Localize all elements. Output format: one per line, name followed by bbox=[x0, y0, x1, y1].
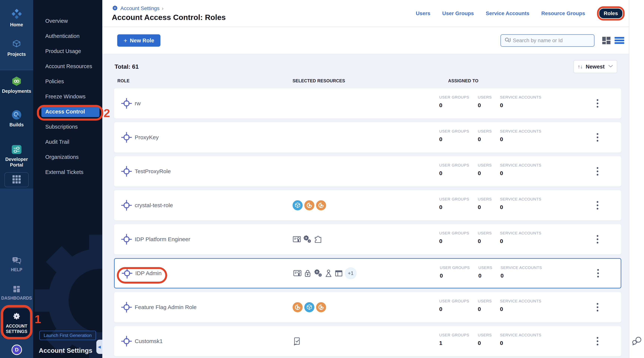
rail-item-projects[interactable]: Projects bbox=[0, 40, 33, 57]
rail-item-builds[interactable]: Builds bbox=[0, 110, 33, 128]
rail-item-deployments[interactable]: Deployments bbox=[0, 76, 33, 94]
collapse-arrow-icon: ◀ bbox=[98, 344, 100, 349]
assigned-label: USER GROUPS bbox=[439, 333, 478, 337]
sidebar-item-freeze-windows[interactable]: Freeze Windows bbox=[33, 89, 102, 104]
user-avatar[interactable]: D bbox=[12, 344, 22, 355]
assigned-label: USERS bbox=[478, 95, 500, 99]
assigned-count: 0 bbox=[500, 306, 560, 312]
sidebar-item-policies[interactable]: Policies bbox=[33, 74, 102, 89]
role-name: crystal-test-role bbox=[135, 202, 173, 209]
account-access-control-roles-page: Home Projects Deployments Builds Develop… bbox=[0, 0, 644, 358]
more-resources-badge: +1 bbox=[345, 267, 357, 279]
sidebar-item-subscriptions[interactable]: Subscriptions bbox=[33, 119, 102, 134]
sidebar-item-access-control[interactable]: Access Control bbox=[41, 106, 100, 117]
selected-resources bbox=[292, 235, 322, 244]
feature-flag-resource-icon bbox=[316, 200, 326, 210]
role-name: IDP Platform Engineer bbox=[135, 236, 190, 242]
assigned-label: USER GROUPS bbox=[439, 197, 478, 201]
row-menu-button[interactable] bbox=[594, 300, 601, 314]
tab-users[interactable]: Users bbox=[416, 11, 430, 17]
assigned-to: USER GROUPS 0 USERS 0 SERVICE ACCOUNTS 0 bbox=[439, 197, 560, 210]
selected-resources bbox=[292, 302, 326, 312]
role-row-testproxyrole[interactable]: TestProxyRole USER GROUPS 0 USERS 0 SERV… bbox=[114, 156, 621, 187]
row-menu-button[interactable] bbox=[594, 131, 601, 144]
assigned-label: USER GROUPS bbox=[439, 163, 478, 167]
assigned-label: USERS bbox=[478, 163, 500, 167]
role-crosshair-icon bbox=[121, 301, 132, 313]
column-header-selected-resources: SELECTED RESOURCES bbox=[292, 78, 345, 83]
list-view-toggle[interactable] bbox=[614, 36, 624, 45]
puzzle-resource-icon bbox=[314, 235, 322, 244]
assigned-col-service-accounts: SERVICE ACCOUNTS 0 bbox=[500, 163, 560, 176]
selected-resources bbox=[292, 200, 326, 210]
approval-resource-icon bbox=[292, 337, 301, 345]
sidebar-footer-title: Account Settings bbox=[39, 347, 92, 354]
assigned-to: USER GROUPS 0 USERS 0 SERVICE ACCOUNTS 0 bbox=[439, 299, 560, 312]
assigned-count: 0 bbox=[500, 238, 560, 244]
rail-item-help[interactable]: ? HELP bbox=[0, 256, 33, 273]
assigned-label: USER GROUPS bbox=[440, 265, 478, 270]
feature-flag-resource-icon bbox=[316, 302, 326, 312]
person-resource-icon bbox=[324, 269, 333, 278]
sidebar-item-organizations[interactable]: Organizations bbox=[33, 149, 102, 165]
grid-view-toggle[interactable] bbox=[602, 36, 611, 45]
row-menu-button[interactable] bbox=[594, 267, 602, 280]
assigned-label: USER GROUPS bbox=[439, 231, 478, 235]
assigned-label: SERVICE ACCOUNTS bbox=[500, 95, 560, 99]
tab-roles[interactable]: Roles bbox=[599, 9, 622, 18]
help-chat-icon: ? bbox=[12, 256, 22, 266]
row-menu-button[interactable] bbox=[594, 233, 601, 246]
role-row-rw[interactable]: rw USER GROUPS 0 USERS 0 SERVICE ACCOUNT… bbox=[114, 88, 621, 118]
breadcrumb-link-account-settings[interactable]: Account Settings bbox=[120, 6, 160, 11]
breadcrumb-gear-icon bbox=[112, 5, 118, 12]
new-role-button[interactable]: + New Role bbox=[117, 34, 160, 47]
assigned-count: 0 bbox=[478, 204, 500, 210]
sidebar-collapse-button[interactable]: ◀ bbox=[96, 340, 102, 354]
module-switcher-button[interactable] bbox=[4, 172, 29, 187]
sidebar-item-product-usage[interactable]: Product Usage bbox=[33, 44, 102, 59]
assigned-to: USER GROUPS 1 USERS 0 SERVICE ACCOUNTS 0 bbox=[439, 333, 560, 346]
assigned-col-user-groups: USER GROUPS 0 bbox=[439, 95, 478, 108]
assigned-col-service-accounts: SERVICE ACCOUNTS 0 bbox=[500, 129, 560, 142]
assigned-count: 0 bbox=[500, 136, 560, 142]
row-menu-button[interactable] bbox=[594, 334, 601, 348]
sort-dropdown[interactable]: ↑↓ Newest bbox=[574, 60, 617, 73]
rail-item-dashboards[interactable]: DASHBOARDS bbox=[0, 285, 33, 301]
tab-resource-groups[interactable]: Resource Groups bbox=[541, 11, 585, 17]
role-row-proxykey[interactable]: ProxyKey USER GROUPS 0 USERS 0 SERVICE A… bbox=[114, 122, 621, 152]
role-crosshair-icon bbox=[121, 132, 132, 143]
role-row-idp-platform-engineer[interactable]: IDP Platform Engineer USER GROUPS 0 USER… bbox=[114, 224, 621, 254]
assigned-col-user-groups: USER GROUPS 0 bbox=[439, 163, 478, 176]
tab-service-accounts[interactable]: Service Accounts bbox=[486, 11, 530, 17]
sidebar-item-overview[interactable]: Overview bbox=[33, 14, 102, 29]
row-menu-button[interactable] bbox=[594, 97, 601, 110]
assigned-col-service-accounts: SERVICE ACCOUNTS 0 bbox=[500, 231, 560, 244]
support-chat-icon[interactable] bbox=[632, 336, 643, 348]
role-crosshair-icon bbox=[121, 200, 132, 211]
role-row-idp-admin[interactable]: IDP Admin +1 USER GROUPS 0 USERS 0 SERVI… bbox=[114, 258, 621, 288]
role-row-feature-flag-admin-role[interactable]: Feature Flag Admin Role USER GROUPS 0 US… bbox=[114, 292, 621, 322]
developer-portal-icon bbox=[11, 145, 22, 155]
page-header: Account Settings › Account Access Contro… bbox=[102, 0, 629, 27]
sidebar-item-account-resources[interactable]: Account Resources bbox=[33, 59, 102, 74]
assigned-count: 0 bbox=[500, 273, 560, 279]
sidebar-item-external-tickets[interactable]: External Tickets bbox=[33, 165, 102, 180]
sidebar-item-authentication[interactable]: Authentication bbox=[33, 29, 102, 44]
assigned-label: SERVICE ACCOUNTS bbox=[500, 333, 560, 337]
row-menu-button[interactable] bbox=[594, 199, 601, 212]
search-input[interactable] bbox=[513, 38, 591, 44]
row-menu-button[interactable] bbox=[594, 165, 601, 178]
sidebar-item-audit-trail[interactable]: Audit Trail bbox=[33, 134, 102, 149]
assigned-count: 0 bbox=[500, 204, 560, 210]
annotation-ring-roles-tab: Roles bbox=[597, 6, 624, 21]
sort-arrows-icon: ↑↓ bbox=[578, 64, 583, 70]
launch-first-generation-button[interactable]: Launch First Generation bbox=[39, 331, 96, 340]
gears-resource-icon bbox=[314, 269, 322, 278]
rail-item-account-settings[interactable]: ACCOUNT SETTINGS bbox=[2, 308, 31, 337]
role-row-customsk1[interactable]: Customsk1 USER GROUPS 1 USERS 0 SERVICE … bbox=[114, 326, 621, 356]
role-row-crystal-test-role[interactable]: crystal-test-role USER GROUPS 0 USERS 0 … bbox=[114, 190, 621, 221]
assigned-col-user-groups: USER GROUPS 1 bbox=[439, 333, 478, 346]
rail-item-developer-portal[interactable]: Developer Portal bbox=[0, 145, 33, 168]
tab-user-groups[interactable]: User Groups bbox=[442, 11, 474, 17]
rail-item-home[interactable]: Home bbox=[0, 9, 33, 28]
